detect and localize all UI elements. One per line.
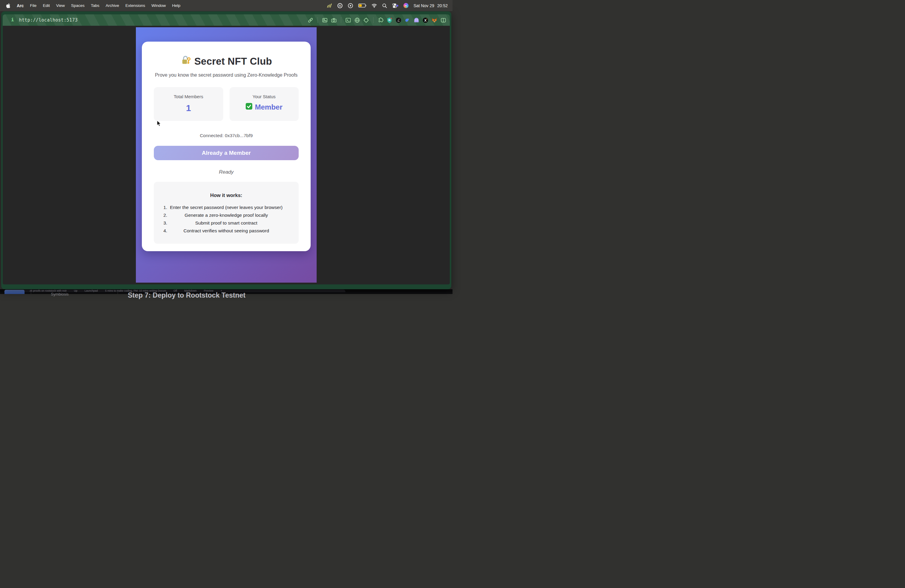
browser-viewport: Secret NFT Club Prove you know the secre… <box>3 26 450 284</box>
svg-text:G: G <box>339 4 341 7</box>
x-extension-icon[interactable]: X <box>422 17 428 23</box>
list-item: 2.Generate a zero-knowledge proof locall… <box>162 211 291 219</box>
metamask-fox-icon[interactable] <box>432 17 437 23</box>
member-text: Member <box>255 103 283 111</box>
siri-icon[interactable]: ∞ <box>403 3 408 8</box>
divider <box>117 292 118 294</box>
mouse-cursor <box>157 120 161 128</box>
site-info-icon[interactable]: i <box>11 17 14 23</box>
menu-item-arc[interactable]: Arc <box>17 3 24 8</box>
script-l-extension-icon[interactable]: ℒ <box>395 17 401 23</box>
menu-time: 20:52 <box>437 3 448 8</box>
url-bar: i http://localhost:5173 <box>3 14 450 26</box>
split-view-icon[interactable] <box>441 17 446 23</box>
menu-item-spaces[interactable]: Spaces <box>71 3 84 8</box>
toolbar-icons: ℒ X <box>308 17 446 23</box>
step-number: 1. <box>164 203 167 211</box>
phantom-ghost-icon[interactable] <box>414 17 419 23</box>
menu-item-edit[interactable]: Edit <box>43 3 50 8</box>
bg-status-text: Launchpad <box>85 289 98 292</box>
adguard-shield-icon[interactable] <box>387 17 392 23</box>
step-text: Enter the secret password (never leaves … <box>170 205 283 210</box>
background-doc-heading: Step 7: Deploy to Rootstock Testnet <box>128 291 245 294</box>
page-subtitle: Prove you know the secret password using… <box>154 72 298 78</box>
check-mark-icon <box>246 103 252 111</box>
svg-text:X: X <box>424 18 427 22</box>
total-members-card: Total Members 1 <box>154 87 223 121</box>
background-window-blue-tab[interactable] <box>5 290 25 294</box>
menu-item-extensions[interactable]: Extensions <box>125 3 145 8</box>
menu-bar: Arc File Edit View Spaces Tabs Archive E… <box>0 0 452 11</box>
grammarly-menu-icon[interactable]: G <box>337 3 343 8</box>
svg-text:ℒ: ℒ <box>397 18 400 22</box>
menu-item-tabs[interactable]: Tabs <box>90 3 99 8</box>
how-it-works-heading: How it works: <box>162 192 291 198</box>
how-it-works-list: 1.Enter the secret password (never leave… <box>162 203 291 235</box>
toolbar-divider <box>373 17 373 23</box>
divider <box>31 292 31 294</box>
target-picker-icon[interactable] <box>363 17 369 23</box>
stocks-menu-icon[interactable] <box>327 3 332 8</box>
camera-screenshot-icon[interactable] <box>331 17 337 23</box>
globe-icon[interactable] <box>354 17 360 23</box>
menu-item-file[interactable]: File <box>30 3 37 8</box>
menu-status-area: G ∞ Sat Nov 29 20:52 <box>327 3 448 8</box>
menu-clock[interactable]: Sat Nov 29 20:52 <box>414 3 448 8</box>
menu-item-archive[interactable]: Archive <box>106 3 119 8</box>
extensions-puzzle-icon[interactable] <box>378 17 383 23</box>
menu-date: Sat Nov 29 <box>414 3 434 8</box>
total-members-value: 1 <box>156 103 221 113</box>
status-text: Ready <box>154 169 298 175</box>
url-input[interactable]: http://localhost:5173 <box>19 17 78 23</box>
menu-item-help[interactable]: Help <box>172 3 181 8</box>
toolbar-divider <box>341 17 341 23</box>
step-number: 3. <box>164 219 167 227</box>
image-capture-icon[interactable] <box>322 17 328 23</box>
wifi-icon[interactable] <box>372 3 377 8</box>
copy-link-icon[interactable] <box>308 17 313 23</box>
how-it-works-box: How it works: 1.Enter the secret passwor… <box>154 182 298 244</box>
list-item: 1.Enter the secret password (never leave… <box>162 203 291 211</box>
play-circle-menu-icon[interactable] <box>348 3 353 8</box>
browser-window: i http://localhost:5173 <box>1 11 451 289</box>
step-text: Submit proof to smart contract <box>195 220 257 226</box>
step-text: Generate a zero-knowledge proof locally <box>185 213 268 218</box>
toolbar-divider <box>318 17 318 23</box>
stats-row: Total Members 1 Your Status Member <box>154 87 298 121</box>
already-a-member-button[interactable]: Already a Member <box>154 146 298 160</box>
step-text: Contract verifies without seeing passwor… <box>183 228 269 233</box>
battery-icon[interactable] <box>358 3 366 8</box>
spotlight-search-icon[interactable] <box>382 3 387 8</box>
secret-nft-club-card: Secret NFT Club Prove you know the secre… <box>142 41 311 251</box>
page-gradient-background: Secret NFT Club Prove you know the secre… <box>136 27 317 283</box>
apple-logo-icon[interactable] <box>6 3 11 8</box>
devtools-terminal-icon[interactable] <box>345 17 351 23</box>
list-item: 4.Contract verifies without seeing passw… <box>162 227 291 235</box>
background-window-strip: zk proofs on rootstock with noir Up Laun… <box>0 289 452 294</box>
your-status-card: Your Status Member <box>230 87 299 121</box>
bluesky-bird-icon[interactable] <box>405 17 410 23</box>
your-status-value: Member <box>231 103 297 111</box>
menu-item-view[interactable]: View <box>56 3 65 8</box>
page-title-text: Secret NFT Club <box>194 56 272 67</box>
list-item: 3.Submit proof to smart contract <box>162 219 291 227</box>
bg-status-text: Up <box>74 289 78 292</box>
step-number: 4. <box>164 227 167 235</box>
lock-with-key-icon <box>181 55 191 68</box>
step-number: 2. <box>164 211 167 219</box>
connected-address: Connected: 0x37cb...7bf9 <box>154 133 298 138</box>
menu-left: Arc File Edit View Spaces Tabs Archive E… <box>6 3 181 8</box>
control-center-icon[interactable] <box>392 3 399 8</box>
your-status-label: Your Status <box>231 94 297 99</box>
page-title: Secret NFT Club <box>154 55 298 68</box>
total-members-label: Total Members <box>156 94 221 99</box>
menu-item-window[interactable]: Window <box>151 3 166 8</box>
background-tab-label: Symbiosis <box>51 292 68 294</box>
